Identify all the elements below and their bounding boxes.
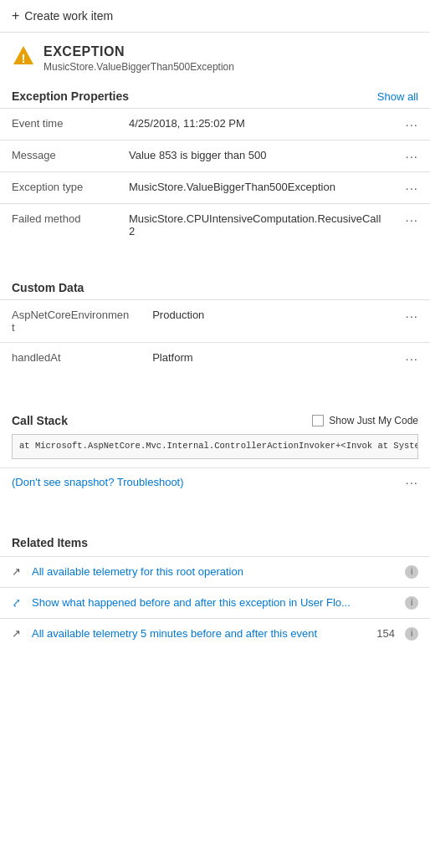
svg-text:!: ! [22, 51, 26, 65]
info-icon: i [405, 627, 418, 641]
item-icon: ↗ [12, 565, 25, 578]
exception-title: EXCEPTION [44, 44, 234, 59]
info-icon: i [405, 596, 418, 610]
prop-key: Event time [0, 109, 117, 140]
prop-key: handledAt [0, 343, 141, 375]
spacer-2 [0, 387, 430, 401]
item-icon: ↗ [12, 627, 25, 640]
exception-properties-header: Exception Properties Show all [0, 81, 430, 108]
item-icon: ⤤ [12, 596, 25, 609]
spacer-4 [0, 496, 430, 509]
spacer-3 [0, 401, 430, 414]
show-just-code-label: Show Just My Code [329, 415, 418, 426]
table-row: AspNetCoreEnvironmen t Production ··· [0, 300, 430, 343]
related-items-title: Related Items [0, 531, 430, 556]
create-work-item-label: Create work item [24, 9, 113, 23]
prop-dots[interactable]: ··· [393, 140, 430, 172]
prop-key: Failed method [0, 204, 117, 247]
prop-key: AspNetCoreEnvironmen t [0, 300, 141, 343]
troubleshoot-dots[interactable]: ··· [405, 475, 418, 489]
info-icon: i [405, 565, 418, 579]
exception-properties-title: Exception Properties [12, 89, 129, 103]
prop-value: 4/25/2018, 11:25:02 PM [117, 109, 393, 140]
exception-header: ! EXCEPTION MusicStore.ValueBiggerThan50… [0, 33, 430, 81]
exception-properties-section: Exception Properties Show all Event time… [0, 81, 430, 259]
item-label: All available telemetry for this root op… [32, 565, 398, 578]
list-item[interactable]: ↗ All available telemetry 5 minutes befo… [0, 618, 430, 649]
list-item[interactable]: ⤤ Show what happened before and after th… [0, 587, 430, 618]
call-stack-title: Call Stack [12, 414, 68, 427]
troubleshoot-row: (Don't see snapshot? Troubleshoot) ··· [0, 467, 430, 496]
prop-dots[interactable]: ··· [393, 109, 430, 140]
prop-dots[interactable]: ··· [393, 172, 430, 204]
prop-dots[interactable]: ··· [393, 343, 430, 375]
prop-dots[interactable]: ··· [393, 300, 430, 343]
prop-dots[interactable]: ··· [393, 204, 430, 247]
related-items-list: ↗ All available telemetry for this root … [0, 556, 430, 649]
exception-properties-table: Event time 4/25/2018, 11:25:02 PM ··· Me… [0, 108, 430, 246]
prop-key: Exception type [0, 172, 117, 204]
troubleshoot-link[interactable]: (Don't see snapshot? Troubleshoot) [12, 476, 184, 488]
exception-info: EXCEPTION MusicStore.ValueBiggerThan500E… [44, 44, 234, 73]
related-items-section: Related Items ↗ All available telemetry … [0, 523, 430, 649]
custom-data-section: Custom Data AspNetCoreEnvironmen t Produ… [0, 273, 430, 387]
call-stack-section: Call Stack Show Just My Code at Microsof… [0, 414, 430, 467]
spacer-5 [0, 509, 430, 523]
plus-icon: + [12, 8, 19, 23]
prop-value: Production [141, 300, 393, 343]
table-row: Event time 4/25/2018, 11:25:02 PM ··· [0, 109, 430, 140]
exception-subtitle: MusicStore.ValueBiggerThan500Exception [44, 61, 234, 73]
custom-data-title: Custom Data [12, 281, 84, 294]
item-label: All available telemetry 5 minutes before… [32, 627, 370, 640]
show-just-code-toggle[interactable]: Show Just My Code [312, 415, 418, 426]
show-all-link[interactable]: Show all [377, 90, 418, 103]
prop-value: MusicStore.CPUIntensiveComputation.Recus… [117, 204, 393, 247]
table-row: Exception type MusicStore.ValueBiggerTha… [0, 172, 430, 204]
prop-value: Value 853 is bigger than 500 [117, 140, 393, 172]
prop-value: Platform [141, 343, 393, 375]
table-row: Message Value 853 is bigger than 500 ··· [0, 140, 430, 172]
show-just-code-checkbox[interactable] [312, 415, 324, 426]
warning-icon: ! [12, 44, 35, 68]
create-work-item-button[interactable]: + Create work item [0, 0, 430, 33]
spacer-1 [0, 259, 430, 273]
item-label: Show what happened before and after this… [32, 596, 398, 609]
prop-value: MusicStore.ValueBiggerThan500Exception [117, 172, 393, 204]
prop-key: Message [0, 140, 117, 172]
table-row: Failed method MusicStore.CPUIntensiveCom… [0, 204, 430, 247]
call-stack-box[interactable]: at Microsoft.AspNetCore.Mvc.Internal.Con… [12, 434, 418, 459]
call-stack-header: Call Stack Show Just My Code [12, 414, 418, 427]
table-row: handledAt Platform ··· [0, 343, 430, 375]
list-item[interactable]: ↗ All available telemetry for this root … [0, 556, 430, 587]
custom-data-header: Custom Data [0, 273, 430, 299]
item-count: 154 [376, 627, 395, 640]
custom-data-table: AspNetCoreEnvironmen t Production ··· ha… [0, 299, 430, 374]
